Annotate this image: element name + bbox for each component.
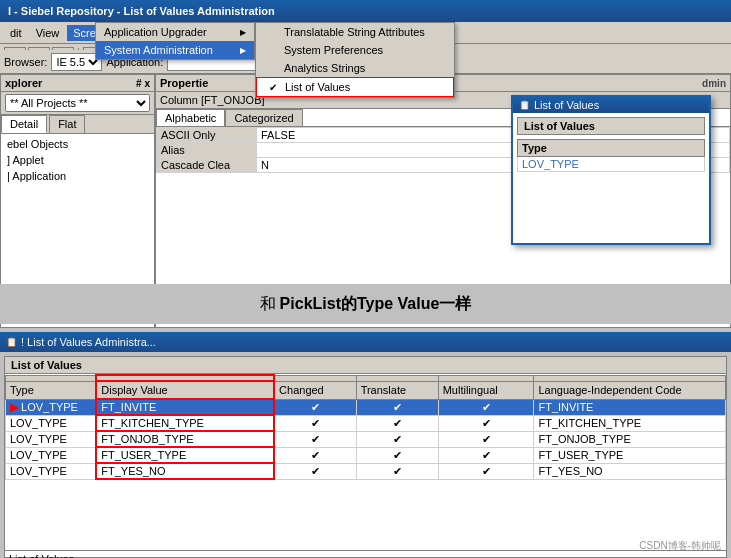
lov-floating-data-row[interactable]: LOV_TYPE	[518, 157, 705, 172]
screens-upgrader-arrow: ▶	[240, 28, 246, 37]
screens-sysadmin-arrow: ▶	[240, 46, 246, 55]
row1-type: LOV_TYPE	[6, 415, 97, 431]
col-display-label: Display Value	[96, 381, 274, 399]
lov-floating-table: Type LOV_TYPE	[517, 139, 705, 172]
row0-type: LOV_TYPE	[21, 401, 78, 413]
table-row-2[interactable]: LOV_TYPE FT_ONJOB_TYPE ✔ ✔ ✔ FT_ONJOB_TY…	[6, 431, 726, 447]
submenu-translatable[interactable]: Translatable String Attributes	[256, 23, 454, 41]
lov-floating-window: 📋 List of Values List of Values Type LOV…	[511, 95, 711, 245]
lov-admin-inner: List of Values Type Display Value	[4, 356, 727, 558]
projects-row: ** All Projects **	[1, 92, 154, 115]
table-row-1[interactable]: LOV_TYPE FT_KITCHEN_TYPE ✔ ✔ ✔ FT_KITCHE…	[6, 415, 726, 431]
prop-name-cascade: Cascade Clea	[157, 158, 257, 173]
row3-multilingual: ✔	[438, 447, 534, 463]
row4-lic: FT_YES_NO	[534, 463, 726, 479]
browser-label: Browser:	[4, 56, 47, 68]
row1-translate: ✔	[356, 415, 438, 431]
row3-display: FT_USER_TYPE	[96, 447, 274, 463]
properties-title: Propertie	[160, 77, 208, 89]
table-row-4[interactable]: LOV_TYPE FT_YES_NO ✔ ✔ ✔ FT_YES_NO	[6, 463, 726, 479]
column-filter-text: Column [FT_ONJOB]	[160, 94, 265, 106]
row2-translate: ✔	[356, 431, 438, 447]
row2-type: LOV_TYPE	[6, 431, 97, 447]
submenu-analytics-label: Analytics Strings	[284, 62, 365, 74]
row0-translate: ✔	[356, 399, 438, 415]
col-type-label: Type	[6, 381, 97, 399]
row3-translate: ✔	[356, 447, 438, 463]
row1-display: FT_KITCHEN_TYPE	[96, 415, 274, 431]
lov-admin-table-container: Type Display Value Changed Translate Mul…	[5, 374, 726, 550]
tree-item-application[interactable]: | Application	[3, 168, 152, 184]
explorer-tabs: Detail Flat	[1, 115, 154, 134]
row0-multilingual: ✔	[438, 399, 534, 415]
screens-sysadmin-label: System Administration	[104, 44, 213, 56]
explorer-close[interactable]: # x	[136, 78, 150, 89]
row1-changed: ✔	[274, 415, 356, 431]
col-translate-label: Translate	[356, 381, 438, 399]
row0-arrow: ▶ LOV_TYPE	[6, 399, 97, 415]
row3-type: LOV_TYPE	[6, 447, 97, 463]
lov-admin-panel: 📋 ! List of Values Administra... List of…	[0, 328, 731, 558]
row3-lic: FT_USER_TYPE	[534, 447, 726, 463]
col-lic-label: Language-Independent Code	[534, 381, 726, 399]
tree-item-applet[interactable]: ] Applet	[3, 152, 152, 168]
lov-floating-col-type: Type	[518, 140, 705, 157]
lov-window-icon: 📋	[519, 100, 530, 110]
projects-dropdown[interactable]: ** All Projects **	[5, 94, 150, 112]
tab-categorized[interactable]: Categorized	[225, 109, 302, 126]
lov-admin-icon: 📋	[6, 337, 17, 347]
row1-multilingual: ✔	[438, 415, 534, 431]
lov-admin-title-text: ! List of Values Administra...	[21, 336, 156, 348]
watermark: CSDN博客-韩帅呢	[639, 539, 721, 553]
submenu-sysprefs-label: System Preferences	[284, 44, 383, 56]
tab-flat[interactable]: Flat	[49, 115, 85, 133]
row0-changed: ✔	[274, 399, 356, 415]
annotation-bold: PickList的Type Value一样	[280, 294, 472, 315]
tab-detail[interactable]: Detail	[1, 115, 47, 133]
col-multilingual-label: Multilingual	[438, 381, 534, 399]
row-arrow-icon: ▶	[10, 401, 18, 413]
annotation-content: 和 PickList的Type Value一样 ↓	[260, 294, 472, 315]
menu-edit[interactable]: dit	[4, 25, 28, 41]
lov-admin-tbody: ▶ LOV_TYPE FT_INVITE ✔ ✔ ✔ FT_INVITE LOV…	[6, 399, 726, 479]
row0-lic: FT_INVITE	[534, 399, 726, 415]
submenu-sysprefs[interactable]: System Preferences	[256, 41, 454, 59]
table-row-3[interactable]: LOV_TYPE FT_USER_TYPE ✔ ✔ ✔ FT_USER_TYPE	[6, 447, 726, 463]
tree-item-objects[interactable]: ebel Objects	[3, 136, 152, 152]
lov-floating-header-row: Type	[518, 140, 705, 157]
row3-changed: ✔	[274, 447, 356, 463]
menu-view[interactable]: View	[30, 25, 66, 41]
screens-menu-upgrader[interactable]: Application Upgrader ▶	[96, 23, 254, 41]
lov-window-title-text: List of Values	[534, 99, 599, 111]
annotation-prefix: 和	[260, 294, 276, 315]
prop-name-ascii: ASCII Only	[157, 128, 257, 143]
table-row-0[interactable]: ▶ LOV_TYPE FT_INVITE ✔ ✔ ✔ FT_INVITE	[6, 399, 726, 415]
explorer-header: xplorer # x	[1, 75, 154, 92]
lov-window-title: 📋 List of Values	[513, 97, 709, 113]
lov-admin-table: Type Display Value Changed Translate Mul…	[5, 374, 726, 480]
screens-menu: Application Upgrader ▶ System Administra…	[95, 22, 255, 60]
row2-lic: FT_ONJOB_TYPE	[534, 431, 726, 447]
tab-alphabetic[interactable]: Alphabetic	[156, 109, 225, 126]
sysadmin-submenu: Translatable String Attributes System Pr…	[255, 22, 455, 98]
title-bar: I - Siebel Repository - List of Values A…	[0, 0, 731, 22]
annotation-area: 和 PickList的Type Value一样 ↓	[0, 284, 731, 324]
submenu-lov-label: List of Values	[285, 81, 350, 93]
submenu-translatable-label: Translatable String Attributes	[284, 26, 425, 38]
prop-name-alias: Alias	[157, 143, 257, 158]
col-changed-label: Changed	[274, 381, 356, 399]
row0-display: FT_INVITE	[96, 399, 274, 415]
row4-display: FT_YES_NO	[96, 463, 274, 479]
row1-lic: FT_KITCHEN_TYPE	[534, 415, 726, 431]
lov-list-label: List of Values	[5, 550, 726, 558]
screens-upgrader-label: Application Upgrader	[104, 26, 207, 38]
submenu-analytics[interactable]: Analytics Strings	[256, 59, 454, 77]
check-lov: ✔	[269, 82, 281, 93]
screens-menu-sysadmin[interactable]: System Administration ▶	[96, 41, 254, 59]
lov-admin-col-labels: Type Display Value Changed Translate Mul…	[6, 381, 726, 399]
row4-translate: ✔	[356, 463, 438, 479]
lov-inner-title: List of Values	[517, 117, 705, 135]
row2-multilingual: ✔	[438, 431, 534, 447]
lov-floating-data-cell: LOV_TYPE	[518, 157, 705, 172]
submenu-lov[interactable]: ✔ List of Values	[256, 77, 454, 97]
